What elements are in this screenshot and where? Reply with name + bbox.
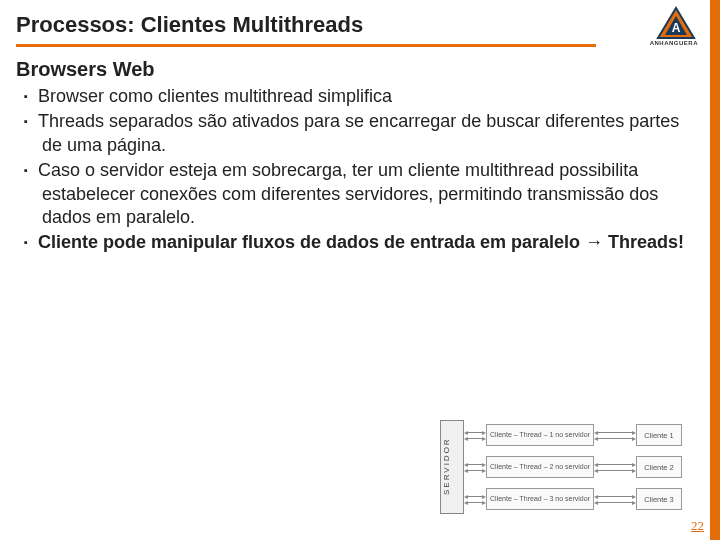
arrow — [598, 502, 632, 503]
brand-logo: A — [654, 6, 698, 42]
client-box-2: Cliente 2 — [636, 456, 682, 478]
list-item: Cliente pode manipular fluxos de dados d… — [24, 231, 690, 254]
arrow — [468, 502, 482, 503]
bullet-list: Browser como clientes multithread simpli… — [16, 85, 690, 255]
arrow — [598, 438, 632, 439]
svg-text:A: A — [672, 21, 681, 35]
title-underline — [16, 44, 596, 47]
arrow — [468, 470, 482, 471]
list-item: Caso o servidor esteja em sobrecarga, te… — [24, 159, 690, 229]
arrow — [468, 438, 482, 439]
arrow — [468, 432, 482, 433]
slide-body: Browsers Web Browser como clientes multi… — [16, 58, 690, 257]
thread-box-2: Cliente – Thread – 2 no servidor — [486, 456, 594, 478]
section-heading: Browsers Web — [16, 58, 690, 81]
server-label: SERVIDOR — [442, 426, 462, 506]
brand-name: ANHANGUERA — [650, 40, 698, 46]
arrow — [468, 496, 482, 497]
thread-box-1: Cliente – Thread – 1 no servidor — [486, 424, 594, 446]
arrow — [598, 496, 632, 497]
slide-title: Processos: Clientes Multithreads — [16, 12, 660, 38]
list-item: Threads separados são ativados para se e… — [24, 110, 690, 157]
list-item: Browser como clientes multithread simpli… — [24, 85, 690, 108]
thread-box-3: Cliente – Thread – 3 no servidor — [486, 488, 594, 510]
accent-sidebar — [710, 0, 720, 540]
slide: A ANHANGUERA Processos: Clientes Multith… — [0, 0, 720, 540]
architecture-diagram: SERVIDOR Cliente – Thread – 1 no servido… — [440, 412, 690, 522]
client-box-1: Cliente 1 — [636, 424, 682, 446]
arrow — [468, 464, 482, 465]
page-number: 22 — [691, 518, 704, 534]
arrow — [598, 432, 632, 433]
client-box-3: Cliente 3 — [636, 488, 682, 510]
arrow — [598, 464, 632, 465]
slide-title-wrap: Processos: Clientes Multithreads — [16, 12, 660, 38]
arrow — [598, 470, 632, 471]
